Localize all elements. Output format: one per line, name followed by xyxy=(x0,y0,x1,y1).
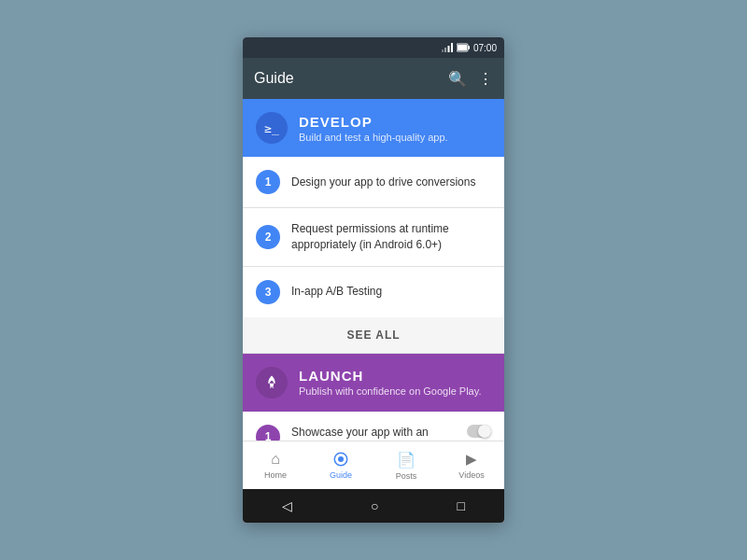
battery-icon xyxy=(457,43,470,52)
svg-rect-6 xyxy=(458,45,467,50)
develop-section-header[interactable]: ≥_ DEVELOP Build and test a high-quality… xyxy=(243,99,504,157)
main-content: ≥_ DEVELOP Build and test a high-quality… xyxy=(243,99,504,441)
list-item[interactable]: 2 Request permissions at runtime appropr… xyxy=(243,208,504,267)
videos-icon: ▶ xyxy=(466,451,477,468)
svg-point-9 xyxy=(338,456,344,462)
nav-item-posts[interactable]: 📄 Posts xyxy=(374,447,439,484)
home-icon: ⌂ xyxy=(271,451,280,468)
nav-item-guide[interactable]: Guide xyxy=(308,447,374,483)
android-nav-bar: ◁ ○ □ xyxy=(243,489,504,523)
search-icon[interactable]: 🔍 xyxy=(448,70,467,88)
list-item[interactable]: 3 In-app A/B Testing xyxy=(243,267,504,317)
launch-title: LAUNCH xyxy=(299,368,481,384)
launch-list-item[interactable]: 1 Showcase your app with an attention gr… xyxy=(243,412,504,441)
svg-marker-2 xyxy=(444,48,446,52)
nav-item-home[interactable]: ⌂ Home xyxy=(243,447,308,483)
top-bar: Guide 🔍 ⋮ xyxy=(243,58,504,99)
launch-item-number-1: 1 xyxy=(256,425,280,441)
recents-button[interactable]: □ xyxy=(458,498,465,513)
bottom-navigation: ⌂ Home Guide 📄 Posts ▶ Videos xyxy=(243,441,504,489)
develop-icon: ≥_ xyxy=(256,112,288,144)
item-text-2: Request permissions at runtime appropria… xyxy=(291,221,491,253)
launch-icon xyxy=(256,367,288,399)
home-button[interactable]: ○ xyxy=(371,498,378,513)
item-text-1: Design your app to drive conversions xyxy=(291,175,475,190)
guide-nav-icon xyxy=(332,451,349,468)
svg-marker-3 xyxy=(442,49,444,52)
top-bar-icons: 🔍 ⋮ xyxy=(448,70,493,88)
nav-item-videos[interactable]: ▶ Videos xyxy=(439,447,504,483)
launch-item-text-1: Showcase your app with an attention grab… xyxy=(291,425,456,441)
phone-frame: 07:00 Guide 🔍 ⋮ ≥_ DEVELOP Build and tes… xyxy=(243,37,504,523)
nav-label-videos: Videos xyxy=(458,470,484,480)
see-all-button[interactable]: SEE ALL xyxy=(243,317,504,354)
develop-title: DEVELOP xyxy=(299,114,448,130)
app-title: Guide xyxy=(254,70,448,87)
develop-list: 1 Design your app to drive conversions 2… xyxy=(243,157,504,317)
status-bar: 07:00 xyxy=(243,37,504,58)
nav-label-guide: Guide xyxy=(330,470,352,480)
svg-marker-0 xyxy=(451,43,453,52)
status-time: 07:00 xyxy=(473,43,497,53)
terminal-icon: ≥_ xyxy=(264,121,279,135)
item-number-1: 1 xyxy=(256,170,280,194)
toggle-switch[interactable] xyxy=(467,425,491,438)
nav-label-posts: Posts xyxy=(396,471,417,481)
rocket-icon xyxy=(263,374,280,391)
item-number-2: 2 xyxy=(256,225,280,249)
item-text-3: In-app A/B Testing xyxy=(291,284,382,300)
develop-subtitle: Build and test a high-quality app. xyxy=(299,132,448,143)
posts-icon: 📄 xyxy=(397,451,416,469)
nav-label-home: Home xyxy=(264,470,287,480)
toggle-knob xyxy=(478,425,491,438)
launch-section-text: LAUNCH Publish with confidence on Google… xyxy=(299,368,481,397)
svg-marker-1 xyxy=(447,46,449,52)
item-number-3: 3 xyxy=(256,280,280,304)
launch-subtitle: Publish with confidence on Google Play. xyxy=(299,385,481,397)
svg-point-7 xyxy=(271,381,273,383)
back-button[interactable]: ◁ xyxy=(282,498,292,513)
more-options-icon[interactable]: ⋮ xyxy=(478,70,493,88)
launch-section-header[interactable]: LAUNCH Publish with confidence on Google… xyxy=(243,354,504,412)
develop-section-text: DEVELOP Build and test a high-quality ap… xyxy=(299,114,448,143)
svg-rect-5 xyxy=(468,46,470,49)
signal-icon xyxy=(442,43,453,52)
list-item[interactable]: 1 Design your app to drive conversions xyxy=(243,157,504,208)
status-icons: 07:00 xyxy=(442,43,497,53)
